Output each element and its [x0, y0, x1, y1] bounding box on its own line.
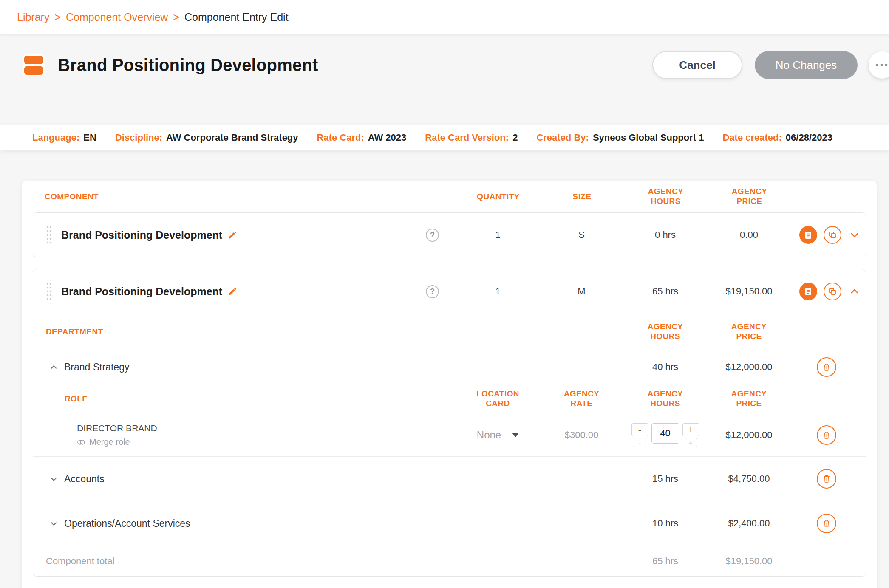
department-row: Operations/Account Services 10 hrs $2,40…: [33, 501, 866, 546]
column-header-size: SIZE: [540, 192, 624, 202]
merge-role-button[interactable]: Merge role: [77, 437, 456, 447]
department-row: Brand Strategy 40 hrs $12,000.00: [33, 350, 866, 384]
delete-department-icon[interactable]: [817, 514, 836, 533]
meta-discipline: Discipline:AW Corporate Brand Strategy: [115, 132, 298, 143]
component-name: Brand Positioning Development: [61, 286, 222, 298]
component-name-cell: Brand Positioning Development ?: [33, 226, 456, 244]
component-total-price: $19,150.00: [707, 556, 791, 567]
delete-department-icon[interactable]: [817, 469, 836, 489]
dropdown-caret-icon: [512, 433, 519, 437]
meta-language: Language:EN: [32, 132, 96, 143]
duplicate-icon[interactable]: [824, 283, 841, 300]
department-expand-chevron-down-icon[interactable]: [50, 475, 57, 483]
help-icon[interactable]: ?: [426, 229, 439, 242]
meta-rate-card-version: Rate Card Version:2: [425, 132, 518, 143]
page-header: Brand Positioning Development Cancel No …: [0, 34, 889, 81]
cancel-button[interactable]: Cancel: [652, 51, 742, 79]
breadcrumb-component-overview[interactable]: Component Overview: [66, 11, 168, 23]
column-header-agency-hours: AGENCY HOURS: [623, 322, 707, 342]
breadcrumb-bar: Library > Component Overview > Component…: [0, 0, 889, 34]
increment-button[interactable]: +: [682, 423, 699, 436]
column-header-agency-rate: AGENCY RATE: [540, 389, 623, 409]
more-options-button[interactable]: •••: [869, 51, 889, 79]
component-agency-price: $19,150.00: [707, 286, 791, 297]
header-actions: Cancel No Changes •••: [652, 51, 889, 79]
decrement-small-button[interactable]: -: [634, 438, 646, 447]
component-name-cell: Brand Positioning Development ?: [33, 282, 456, 301]
meta-rate-card: Rate Card:AW 2023: [317, 132, 407, 143]
component-actions: [791, 226, 866, 244]
breadcrumb: Library > Component Overview > Component…: [17, 11, 289, 23]
column-header-agency-price: AGENCY PRICE: [707, 322, 791, 342]
department-expand-chevron-down-icon[interactable]: [50, 520, 57, 527]
meta-date-created: Date created:06/28/2023: [722, 132, 832, 143]
component-name: Brand Positioning Development: [61, 229, 222, 241]
department-name-cell: Brand Strategy: [33, 362, 456, 373]
department-agency-hours: 40 hrs: [623, 362, 707, 373]
department-agency-price: $12,000.00: [707, 362, 791, 373]
expand-chevron-down-icon[interactable]: [849, 230, 860, 240]
component-total-hours: 65 hrs: [623, 556, 707, 567]
delete-department-icon[interactable]: [817, 357, 836, 377]
collapse-chevron-up-icon[interactable]: [849, 286, 860, 297]
department-name: Accounts: [64, 473, 105, 485]
component-agency-hours: 65 hrs: [623, 286, 707, 297]
column-header-quantity: QUANTITY: [456, 192, 540, 202]
no-changes-button[interactable]: No Changes: [755, 51, 858, 79]
department-agency-price: $4,750.00: [707, 473, 791, 484]
column-header-component: COMPONENT: [33, 192, 456, 202]
column-header-agency-price: AGENCY PRICE: [708, 187, 791, 206]
drag-handle[interactable]: [46, 282, 52, 301]
department-row: Accounts 15 hrs $4,750.00: [33, 456, 866, 501]
column-header-location-card: LOCATION CARD: [456, 389, 540, 409]
component-total-row: Component total 65 hrs $19,150.00: [33, 546, 866, 576]
breadcrumb-current-page: Component Entry Edit: [184, 11, 289, 23]
help-icon[interactable]: ?: [426, 285, 439, 298]
role-header-row: ROLE LOCATION CARD AGENCY RATE AGENCY HO…: [33, 384, 866, 414]
department-name: Brand Strategy: [64, 362, 129, 373]
component-agency-price: 0.00: [707, 229, 791, 240]
breadcrumb-separator: >: [54, 11, 61, 23]
estimate-sheet-icon[interactable]: [799, 283, 817, 300]
delete-role-icon[interactable]: [817, 425, 836, 445]
department-name: Operations/Account Services: [64, 518, 190, 529]
role-name: DIRECTOR BRAND: [77, 423, 456, 433]
drag-handle[interactable]: [46, 226, 52, 244]
column-header-agency-hours: AGENCY HOURS: [624, 187, 708, 206]
increment-small-button[interactable]: +: [685, 438, 697, 447]
location-card-dropdown[interactable]: None: [456, 429, 540, 441]
breadcrumb-library[interactable]: Library: [17, 11, 49, 23]
agency-rate-value: $300.00: [540, 430, 623, 441]
ellipsis-icon: •••: [875, 59, 889, 71]
table-header-row: COMPONENT QUANTITY SIZE AGENCY HOURS AGE…: [33, 181, 866, 212]
components-table: COMPONENT QUANTITY SIZE AGENCY HOURS AGE…: [22, 181, 877, 588]
column-header-agency-price: AGENCY PRICE: [707, 389, 791, 409]
component-size: M: [540, 286, 623, 297]
department-agency-hours: 15 hrs: [623, 473, 707, 484]
edit-icon[interactable]: [227, 287, 237, 297]
component-row: Brand Positioning Development ? 1 S 0 hr…: [33, 212, 866, 257]
edit-icon[interactable]: [227, 230, 237, 240]
role-row: DIRECTOR BRAND Merge role None $300.00 -…: [33, 414, 866, 456]
column-header-role: ROLE: [33, 394, 456, 404]
department-agency-price: $2,400.00: [707, 518, 791, 529]
component-actions: [791, 283, 866, 300]
breadcrumb-separator: >: [173, 11, 179, 23]
component-logo-icon: [23, 54, 45, 76]
page-title: Brand Positioning Development: [58, 56, 318, 75]
role-agency-price: $12,000.00: [707, 430, 791, 441]
column-header-agency-hours: AGENCY HOURS: [623, 389, 707, 409]
component-agency-hours: 0 hrs: [623, 229, 707, 240]
department-collapse-chevron-up-icon[interactable]: [50, 364, 57, 371]
duplicate-icon[interactable]: [824, 226, 841, 244]
hours-stepper: - - 40 + +: [631, 423, 699, 447]
estimate-sheet-icon[interactable]: [799, 226, 817, 244]
department-agency-hours: 10 hrs: [623, 518, 707, 529]
meta-created-by: Created By:Syneos Global Support 1: [536, 132, 704, 143]
merge-icon: [77, 439, 85, 445]
hours-input[interactable]: 40: [651, 423, 679, 444]
decrement-button[interactable]: -: [631, 423, 648, 436]
column-header-department: DEPARTMENT: [33, 327, 456, 336]
component-meta-bar: Language:EN Discipline:AW Corporate Bran…: [0, 125, 889, 150]
component-total-label: Component total: [33, 556, 456, 567]
